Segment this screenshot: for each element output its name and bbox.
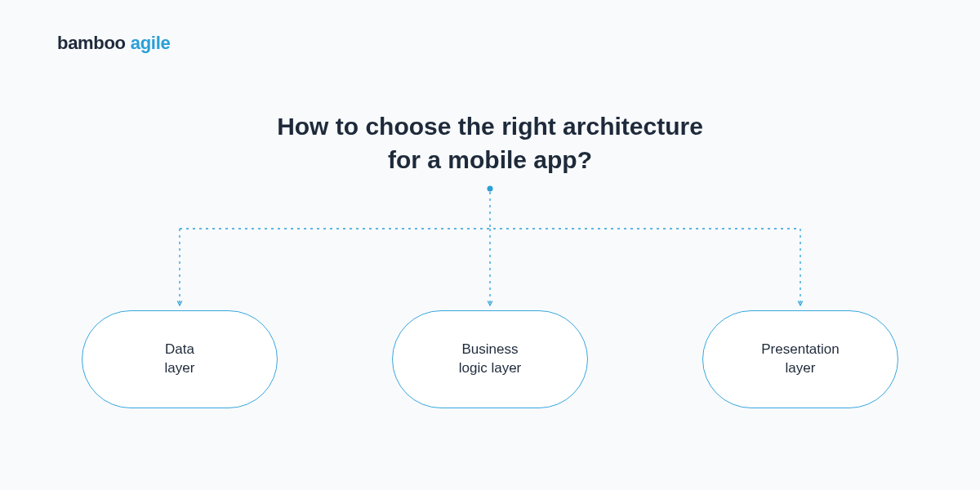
diagram-title: How to choose the right architecture for… <box>0 110 980 176</box>
node-data-layer: Datalayer <box>82 310 278 408</box>
node-label: Datalayer <box>165 341 195 378</box>
brand-word-1: bamboo <box>57 33 126 53</box>
node-business-logic-layer: Businesslogic layer <box>392 310 588 408</box>
brand-word-2: agile <box>131 33 171 53</box>
title-line-1: How to choose the right architecture <box>0 110 980 144</box>
node-label: Presentationlayer <box>761 341 839 378</box>
connector-lines <box>0 184 980 331</box>
node-label: Businesslogic layer <box>459 341 522 378</box>
nodes-row: Datalayer Businesslogic layer Presentati… <box>0 310 980 408</box>
node-presentation-layer: Presentationlayer <box>702 310 898 408</box>
title-line-2: for a mobile app? <box>0 144 980 177</box>
brand-logo: bambooagile <box>57 33 170 54</box>
connector-root-dot <box>488 186 493 192</box>
